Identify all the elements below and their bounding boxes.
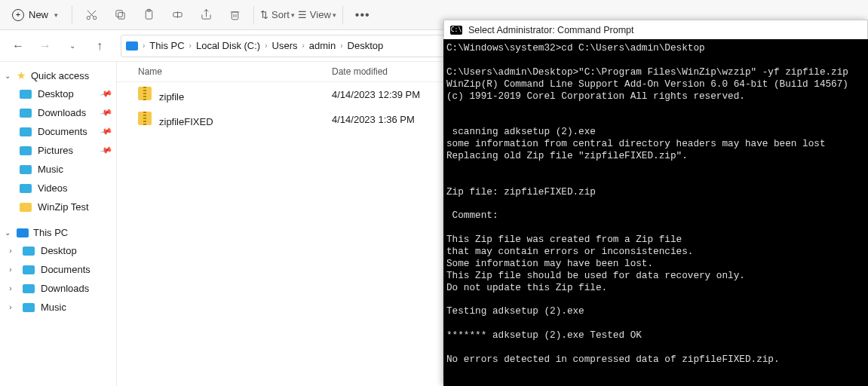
sidebar-item-downloads[interactable]: Downloads📌 [0,103,116,122]
new-button[interactable]: + New ▾ [5,3,66,27]
file-name: zipfileFIXED [159,116,213,127]
view-icon: ☰ [298,9,307,20]
chevron-down-icon: ▾ [54,11,58,19]
folder-icon [20,146,32,155]
sort-icon: ⇅ [260,9,268,20]
back-button[interactable]: ← [6,34,30,58]
plus-icon: + [12,9,24,21]
folder-icon [20,184,32,193]
folder-icon [20,127,32,136]
folder-icon [23,284,35,293]
chevron-right-icon: › [6,247,15,255]
svg-rect-7 [232,12,238,20]
cut-button[interactable] [78,3,104,27]
breadcrumb[interactable]: This PC [146,40,187,51]
folder-icon [23,303,35,312]
pin-icon: 📌 [100,106,114,119]
zip-icon [138,112,152,125]
folder-icon [20,165,32,174]
sidebar-item-pc-desktop[interactable]: ›Desktop [0,241,116,260]
breadcrumb[interactable]: Users [269,40,301,51]
new-label: New [29,9,48,20]
chevron-right-icon: › [189,41,192,50]
cmd-body[interactable]: C:\Windows\system32>cd C:\Users\admin\De… [443,39,868,386]
sidebar-item-pc-documents[interactable]: ›Documents [0,260,116,279]
sidebar-item-winzip-test[interactable]: WinZip Test [0,198,116,216]
rename-button[interactable] [164,3,190,27]
separator [342,6,343,24]
chevron-right-icon: › [265,41,267,50]
pin-icon: 📌 [100,143,114,157]
chevron-down-icon: ▾ [333,11,336,19]
quick-access-label: Quick access [31,70,89,81]
cmd-title-text: Select Administrator: Command Prompt [468,25,634,35]
chevron-down-icon: ▾ [291,11,295,19]
up-button[interactable]: ↑ [87,34,112,58]
this-pc-label: This PC [33,227,68,238]
delete-button[interactable] [222,3,247,27]
chevron-right-icon: › [143,41,145,50]
sidebar: ⌄ ★ Quick access Desktop📌 Downloads📌 Doc… [0,62,117,386]
chevron-down-icon: ⌄ [3,228,12,237]
copy-button[interactable] [107,3,133,27]
forward-button[interactable]: → [33,34,57,58]
sort-label: Sort [271,9,290,20]
separator [253,6,254,24]
pc-icon [17,228,29,237]
breadcrumb[interactable]: admin [306,40,339,51]
paste-button[interactable] [136,3,161,27]
sidebar-item-desktop[interactable]: Desktop📌 [0,84,116,103]
folder-icon [23,247,35,256]
pin-icon: 📌 [100,124,114,138]
svg-rect-3 [115,11,122,17]
sidebar-item-documents[interactable]: Documents📌 [0,122,116,141]
sort-button[interactable]: ⇅ Sort ▾ [260,3,295,27]
recent-dropdown[interactable]: ⌄ [60,34,84,58]
chevron-right-icon: › [302,41,304,50]
cmd-titlebar[interactable]: C:\ Select Administrator: Command Prompt [443,20,868,39]
folder-icon [20,90,32,99]
separator [72,6,72,24]
zip-icon [138,87,152,100]
folder-icon [23,265,35,274]
svg-rect-2 [118,13,124,20]
chevron-right-icon: › [6,303,15,311]
chevron-right-icon: › [340,41,342,50]
sidebar-item-music[interactable]: Music [0,160,116,179]
chevron-right-icon: › [6,284,15,293]
command-prompt-window[interactable]: C:\ Select Administrator: Command Prompt… [443,20,868,386]
folder-icon [20,109,32,118]
folder-icon [20,203,32,212]
this-pc-header[interactable]: ⌄ This PC [0,224,116,241]
breadcrumb[interactable]: Local Disk (C:) [193,40,263,51]
quick-access-header[interactable]: ⌄ ★ Quick access [0,66,116,84]
sidebar-item-pictures[interactable]: Pictures📌 [0,141,116,160]
file-name: zipfile [159,91,184,103]
chevron-down-icon: ⌄ [3,72,12,80]
pin-icon: 📌 [100,87,114,100]
sidebar-item-videos[interactable]: Videos [0,179,116,198]
star-icon: ★ [17,69,26,81]
more-button[interactable]: ••• [349,8,376,22]
sidebar-item-pc-downloads[interactable]: ›Downloads [0,279,116,298]
view-button[interactable]: ☰ View ▾ [298,3,336,27]
breadcrumb[interactable]: Desktop [345,40,387,51]
chevron-right-icon: › [6,265,15,274]
view-label: View [310,9,331,20]
cmd-icon: C:\ [450,26,462,35]
column-name[interactable]: Name [124,66,332,77]
pc-icon [126,41,138,51]
sidebar-item-pc-music[interactable]: ›Music [0,298,116,317]
share-button[interactable] [193,3,219,27]
